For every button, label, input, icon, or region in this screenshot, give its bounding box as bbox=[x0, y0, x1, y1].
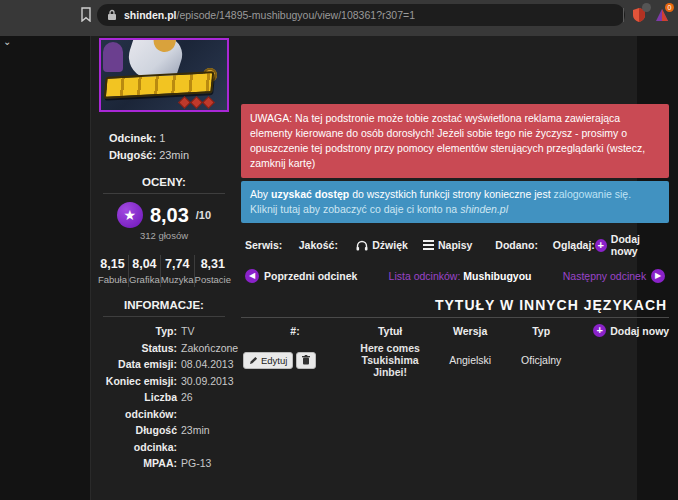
col-serwis: Serwis: bbox=[245, 239, 299, 251]
adblock-extension-badge: 0 bbox=[665, 3, 674, 12]
divider bbox=[103, 316, 225, 317]
col-dzwiek: Dźwięk bbox=[356, 239, 423, 251]
adblock-extension-icon[interactable]: 0 bbox=[654, 7, 670, 23]
login-link[interactable]: zalogowanie się. bbox=[553, 188, 631, 200]
pencil-icon bbox=[249, 356, 258, 365]
chevron-down-icon[interactable]: ⌄ bbox=[3, 36, 11, 47]
trash-icon bbox=[302, 355, 310, 365]
info-row-koniec-emisji: Koniec emisji:30.09.2013 bbox=[91, 373, 229, 390]
shield-extension-badge bbox=[642, 3, 651, 12]
title-value: Here comes Tsukishima Jinbei! bbox=[349, 342, 431, 378]
subtitles-list-icon bbox=[423, 238, 434, 252]
episode-number-row: Odcinek: 1 bbox=[109, 130, 237, 147]
divider bbox=[103, 193, 225, 194]
add-player-button[interactable]: + Dodaj nowy bbox=[595, 233, 665, 257]
ratings-header: OCENY: bbox=[91, 176, 237, 188]
info-header: INFORMACJE: bbox=[91, 299, 237, 311]
page-content: Odcinek: 1 Długość: 23min OCENY: ★ 8,03 … bbox=[90, 36, 637, 500]
col-jakosc: Jakość: bbox=[299, 239, 356, 251]
bookmark-flag-icon[interactable] bbox=[80, 7, 92, 22]
adult-content-warning: UWAGA: Na tej podstronie może tobie zost… bbox=[241, 104, 669, 178]
previous-episode-button[interactable]: ◀ Poprzedni odcinek bbox=[245, 269, 357, 283]
url-path: /episode/14895-mushibugyou/view/108361?r… bbox=[177, 9, 415, 21]
col-napisy: Napisy bbox=[423, 238, 495, 252]
site-security-icon[interactable] bbox=[107, 9, 117, 21]
rating-fabula: 8,15Fabuła bbox=[97, 255, 129, 287]
info-row-data-emisji: Data emisji:08.04.2013 bbox=[91, 356, 229, 373]
title-row: Edytuj Here comes Tsukishima Jinbei! Ang… bbox=[241, 342, 669, 378]
screen: shinden.pl/episode/14895-mushibugyou/vie… bbox=[0, 0, 678, 500]
col-dodano: Dodano: bbox=[495, 239, 552, 251]
info-row-mpaa: MPAA:PG-13 bbox=[91, 455, 229, 472]
title-version: Angielski bbox=[431, 354, 509, 366]
next-episode-button[interactable]: Następny odcinek ▶ bbox=[563, 269, 665, 283]
plus-icon: + bbox=[593, 324, 606, 337]
extension-area: 0 bbox=[623, 4, 670, 26]
title-type: Oficjalny bbox=[509, 354, 573, 366]
col-typ: Typ bbox=[509, 325, 573, 337]
episode-list-link[interactable]: Lista odcinków: Mushibugyou bbox=[357, 270, 562, 282]
score-value: 8,03 bbox=[150, 204, 189, 227]
votes-count: 312 głosów bbox=[91, 230, 237, 241]
score-row: ★ 8,03 /10 bbox=[91, 202, 237, 228]
shield-extension-icon[interactable] bbox=[631, 7, 647, 23]
score-max: /10 bbox=[196, 209, 211, 221]
anime-sidebar: Odcinek: 1 Długość: 23min OCENY: ★ 8,03 … bbox=[91, 36, 237, 472]
add-title-button[interactable]: +Dodaj nowy bbox=[573, 324, 669, 337]
rating-postacie: 8,31Postacie bbox=[195, 255, 231, 287]
login-notice: Aby uzyskać dostęp do wszystkich funkcji… bbox=[241, 181, 669, 223]
col-wersja: Wersja bbox=[431, 325, 509, 337]
info-row-dlugosc-odcinka: Długość odcinka:23min bbox=[91, 422, 229, 455]
episode-meta: Odcinek: 1 Długość: 23min bbox=[91, 112, 237, 164]
anime-cover-image[interactable] bbox=[99, 38, 229, 112]
plus-icon: + bbox=[595, 239, 607, 252]
divider bbox=[241, 317, 669, 318]
info-table: Typ:TV Status:Zakończone Data emisji:08.… bbox=[91, 323, 229, 472]
info-row-typ: Typ:TV bbox=[91, 323, 229, 340]
browser-toolbar: shinden.pl/episode/14895-mushibugyou/vie… bbox=[0, 0, 678, 36]
col-title: Tytuł bbox=[349, 325, 431, 337]
star-icon: ★ bbox=[117, 202, 143, 228]
headphones-icon bbox=[356, 240, 368, 251]
ratings-grid: 8,15Fabuła 8,04Grafika 7,74Muzyka 8,31Po… bbox=[97, 255, 231, 287]
url-domain: shinden.pl bbox=[124, 9, 177, 21]
edit-title-button[interactable]: Edytuj bbox=[243, 352, 293, 369]
url-bar[interactable]: shinden.pl/episode/14895-mushibugyou/vie… bbox=[97, 4, 625, 26]
main-column: UWAGA: Na tej podstronie może tobie zost… bbox=[237, 36, 672, 472]
titles-table-header: #: Tytuł Wersja Typ +Dodaj nowy bbox=[241, 324, 669, 337]
url-text[interactable]: shinden.pl/episode/14895-mushibugyou/vie… bbox=[124, 9, 415, 21]
toolbar-separator bbox=[623, 8, 624, 22]
rating-muzyka: 7,74Muzyka bbox=[161, 255, 195, 287]
col-number: #: bbox=[241, 325, 349, 337]
delete-title-button[interactable] bbox=[296, 352, 316, 369]
col-ogladaj: Oglądaj: bbox=[553, 239, 595, 251]
episode-length-row: Długość: 23min bbox=[109, 147, 237, 164]
episode-navigation: ◀ Poprzedni odcinek Lista odcinków: Mush… bbox=[241, 269, 669, 283]
info-row-liczba-odcinkow: Liczba odcinków:26 bbox=[91, 389, 229, 422]
rating-grafika: 8,04Grafika bbox=[129, 255, 161, 287]
login-notice-line1: Aby uzyskać dostęp do wszystkich funkcji… bbox=[250, 187, 660, 202]
info-row-status: Status:Zakończone bbox=[91, 340, 229, 357]
other-titles-heading: TYTUŁY W INNYCH JĘZYKACH bbox=[241, 297, 669, 313]
login-notice-line2[interactable]: Kliknij tutaj aby zobaczyć co daje ci ko… bbox=[250, 202, 660, 217]
episode-sources-header: Serwis: Jakość: Dźwięk Napisy Dodano: Og… bbox=[241, 233, 669, 257]
arrow-right-icon: ▶ bbox=[651, 269, 665, 283]
arrow-left-icon: ◀ bbox=[245, 269, 259, 283]
